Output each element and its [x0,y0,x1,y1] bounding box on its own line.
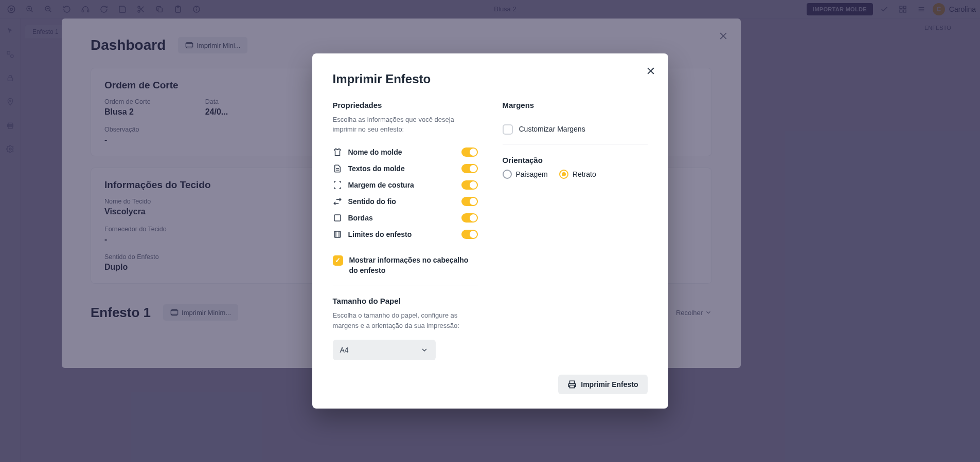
radio-paisagem[interactable]: Paisagem [503,170,548,179]
toggle-margem-costura[interactable] [461,180,478,190]
frame-icon [333,180,342,190]
prop-sentido-fio: Sentido do fio [333,193,478,210]
toggle-textos-molde[interactable] [461,164,478,173]
toggle-bordas[interactable] [461,213,478,223]
prop-nome-molde: Nome do molde [333,144,478,160]
modal-close-button[interactable] [644,64,658,78]
arrows-icon [333,197,342,206]
document-icon [333,164,342,173]
print-enfesto-button[interactable]: Imprimir Enfesto [558,375,647,394]
modal-title: Imprimir Enfesto [333,72,648,86]
svg-rect-45 [570,385,575,388]
propriedades-heading: Propriedades [333,101,478,109]
prop-limites-enfesto: Limites do enfesto [333,226,478,243]
border-icon [333,213,342,223]
margins-heading: Margens [503,101,648,109]
divider [333,286,478,286]
toggle-nome-molde[interactable] [461,147,478,157]
paper-desc: Escolha o tamanho do papel, configure as… [333,310,478,330]
printer-icon [567,380,577,389]
radio-retrato[interactable]: Retrato [559,170,596,179]
print-enfesto-modal: Imprimir Enfesto Propriedades Escolha as… [312,53,668,409]
svg-rect-41 [334,215,341,221]
orient-heading: Orientação [503,156,648,164]
prop-bordas: Bordas [333,210,478,226]
checkbox-custom-margins-label: Customizar Margens [519,124,585,135]
prop-textos-molde: Textos do molde [333,160,478,177]
checkbox-custom-margins[interactable] [503,124,513,135]
prop-margem-costura: Margem de costura [333,177,478,193]
svg-rect-42 [334,231,341,237]
paper-heading: Tamanho do Papel [333,297,478,305]
shirt-icon [333,147,342,157]
paper-size-select[interactable]: A4 [333,340,436,360]
toggle-sentido-fio[interactable] [461,197,478,206]
checkbox-header-label: Mostrar informações no cabeçalho do enfe… [349,255,478,275]
checkbox-header-info[interactable] [333,255,343,266]
toggle-limites-enfesto[interactable] [461,230,478,239]
limits-icon [333,230,342,239]
propriedades-desc: Escolha as informações que você deseja i… [333,115,478,135]
chevron-down-icon [420,346,429,354]
